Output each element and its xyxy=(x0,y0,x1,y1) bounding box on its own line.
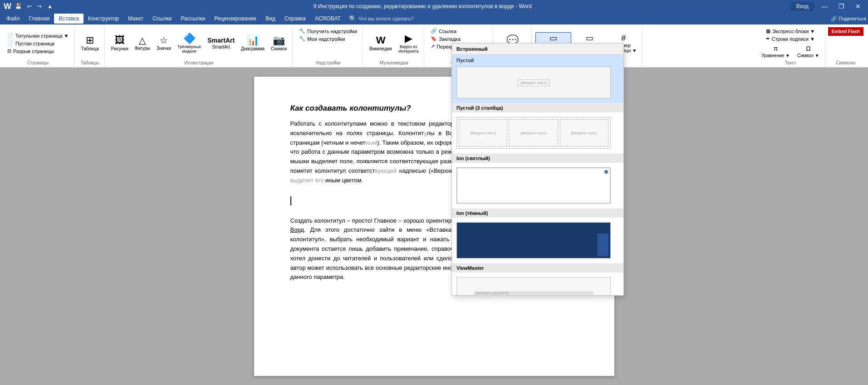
link-btn[interactable]: 🔗 Ссылка xyxy=(428,27,490,35)
chart-btn[interactable]: 📊 Диаграмма xyxy=(238,34,267,53)
icons-btn[interactable]: ☆ Значки xyxy=(154,34,174,52)
menu-review[interactable]: Рецензирование xyxy=(210,14,261,24)
header-item-viewmaster[interactable]: [заполнен. документа] xyxy=(452,273,623,295)
wikipedia-btn[interactable]: W Википедия xyxy=(367,34,395,53)
pictures-icon: 🖼 xyxy=(115,35,125,45)
pictures-btn[interactable]: 🖼 Рисунки xyxy=(108,34,131,53)
header-item-three-col[interactable]: [Введите текст] [Введите текст] [Введите… xyxy=(452,112,623,154)
symbols-group-label: Символы xyxy=(836,59,855,66)
chart-icon: 📊 xyxy=(247,35,259,45)
3d-models-btn[interactable]: 🔷 Трёхмерныемодели xyxy=(175,32,204,55)
three-col-inner: [Введите текст] [Введите текст] [Введите… xyxy=(457,117,610,148)
pages-col: 📄 Титульная страница ▼ 📄 Пустая страница… xyxy=(5,32,72,55)
more-qa-btn[interactable]: ▲ xyxy=(45,2,54,10)
ion-light-dot xyxy=(604,170,608,174)
redo-qa-btn[interactable]: ↪ xyxy=(35,2,44,10)
menu-home[interactable]: Главная xyxy=(25,14,54,24)
get-addins-label: Получить надстройки xyxy=(307,29,357,34)
ribbon-group-symbols: Embed Flash Символы xyxy=(825,26,866,67)
signature-line-btn[interactable]: ✒ Строки подписи ▼ xyxy=(763,35,818,43)
wikipedia-label: Википедия xyxy=(369,46,392,51)
blank-page-label: Пустая страница xyxy=(15,41,54,46)
title-page-btn[interactable]: 📄 Титульная страница ▼ xyxy=(5,32,72,39)
page-break-label: Разрыв страницы xyxy=(13,49,54,54)
menu-design[interactable]: Конструктор xyxy=(83,14,123,24)
equation-btn[interactable]: π Уравнение ▼ xyxy=(759,44,793,59)
embed-flash-label: Embed Flash xyxy=(828,27,863,36)
smartart-icon: SmartArt xyxy=(207,37,235,44)
pages-group-label: Страницы xyxy=(27,59,49,66)
my-addins-btn[interactable]: 🔧 Мои надстройки xyxy=(296,35,360,43)
menu-insert[interactable]: Вставка xyxy=(54,14,83,24)
restore-btn[interactable]: ❐ xyxy=(835,2,848,11)
screenshot-icon: 📷 xyxy=(273,35,285,45)
shapes-label: Фигуры xyxy=(134,46,150,51)
text-col: ▦ Экспресс-блоки ▼ ✒ Строки подписи ▼ xyxy=(763,27,818,43)
save-qa-btn[interactable]: 💾 xyxy=(13,2,24,10)
close-btn[interactable]: ✕ xyxy=(852,2,864,11)
my-addins-icon: 🔧 xyxy=(299,36,305,42)
3d-models-label: Трёхмерныемодели xyxy=(177,44,201,54)
header-item-ion-dark[interactable] xyxy=(452,218,623,263)
ion-light-preview xyxy=(456,167,611,204)
page-number-icon: # xyxy=(621,34,626,42)
ribbon-group-addins: 🔧 Получить надстройки 🔧 Мои надстройки Н… xyxy=(294,26,363,67)
ribbon: 📄 Титульная страница ▼ 📄 Пустая страница… xyxy=(0,24,868,68)
express-blocks-btn[interactable]: ▦ Экспресс-блоки ▼ xyxy=(763,27,818,35)
symbol-btn[interactable]: Ω Символ ▼ xyxy=(794,44,822,59)
cross-ref-icon: ↗ xyxy=(431,44,435,49)
ribbon-group-pages: 📄 Титульная страница ▼ 📄 Пустая страница… xyxy=(2,26,75,67)
table-btn[interactable]: ⊞ Таблица xyxy=(78,34,102,53)
smartart-label: SmartArt xyxy=(212,44,230,49)
screenshot-btn[interactable]: 📷 Снимок xyxy=(268,34,289,53)
menu-references[interactable]: Ссылки xyxy=(148,14,176,24)
search-icon: 🔍 xyxy=(349,15,357,22)
menu-mailings[interactable]: Рассылки xyxy=(176,14,210,24)
3d-models-icon: 🔷 xyxy=(183,34,196,44)
symbol-label: Символ ▼ xyxy=(797,53,819,58)
blank-page-icon: 📄 xyxy=(7,40,14,46)
col2: [Введите текст] xyxy=(509,119,558,146)
blank-page-btn[interactable]: 📄 Пустая страница xyxy=(5,39,72,47)
title-bar-left: W 💾 ↩ ↪ ▲ xyxy=(4,2,54,11)
title-bar-right: Вход — ❐ ✕ xyxy=(791,2,864,11)
three-col-section: Пустой (3 столбца) xyxy=(452,103,623,112)
menu-file[interactable]: Файл xyxy=(2,14,25,24)
minimize-btn[interactable]: — xyxy=(818,2,831,11)
menu-view[interactable]: Вид xyxy=(261,14,280,24)
ion-light-inner xyxy=(457,168,610,203)
icons-icon: ☆ xyxy=(160,36,168,45)
empty-header-preview: [Введите текст] xyxy=(456,67,611,98)
share-btn[interactable]: 🔗 Поделиться xyxy=(831,16,866,22)
menu-layout[interactable]: Макет xyxy=(123,14,148,24)
header-dropdown-panel[interactable]: Встроенный Пустой [Введите текст] Пустой… xyxy=(451,43,624,296)
video-btn[interactable]: ▶ Видео изИнтернета xyxy=(396,32,421,55)
symbols-col: Embed Flash xyxy=(828,27,863,38)
undo-qa-btn[interactable]: ↩ xyxy=(25,2,34,10)
icons-label: Значки xyxy=(157,46,171,51)
equation-label: Уравнение ▼ xyxy=(761,53,790,58)
shapes-btn[interactable]: △ Фигуры xyxy=(132,34,152,52)
illustrations-row: 🖼 Рисунки △ Фигуры ☆ Значки 🔷 Трёхмерные… xyxy=(108,27,290,59)
media-row: W Википедия ▶ Видео изИнтернета xyxy=(367,27,421,59)
header-item-ion-light[interactable] xyxy=(452,163,623,209)
menu-help[interactable]: Справка xyxy=(280,14,310,24)
document-area[interactable]: Как создавать колонтитулы? Работать с ко… xyxy=(0,68,868,385)
page-break-btn[interactable]: ⊟ Разрыв страницы xyxy=(5,47,72,55)
bookmark-icon: 🔖 xyxy=(431,36,437,42)
menu-acrobat[interactable]: ACROBAT xyxy=(310,14,345,24)
dropdown-scroll[interactable]: Пустой [Введите текст] Пустой Пустой вер… xyxy=(452,55,623,295)
word-icon: W xyxy=(4,2,11,11)
bookmark-btn[interactable]: 🔖 Закладка xyxy=(428,35,490,43)
get-addins-btn[interactable]: 🔧 Получить надстройки xyxy=(296,27,360,35)
ion-dark-rect xyxy=(598,234,608,256)
ion-dark-inner xyxy=(457,223,610,258)
empty-header-name: Пустой xyxy=(456,58,474,63)
ribbon-group-tables: ⊞ Таблица Таблицы xyxy=(76,26,105,67)
shapes-icon: △ xyxy=(139,36,146,45)
header-item-empty[interactable]: Пустой [Введите текст] Пустой Пустой вер… xyxy=(452,55,623,103)
smartart-btn[interactable]: SmartArt SmartArt xyxy=(205,36,237,51)
link-icon: 🔗 xyxy=(431,28,437,34)
title-page-icon: 📄 xyxy=(7,33,14,39)
login-button[interactable]: Вход xyxy=(791,2,814,11)
